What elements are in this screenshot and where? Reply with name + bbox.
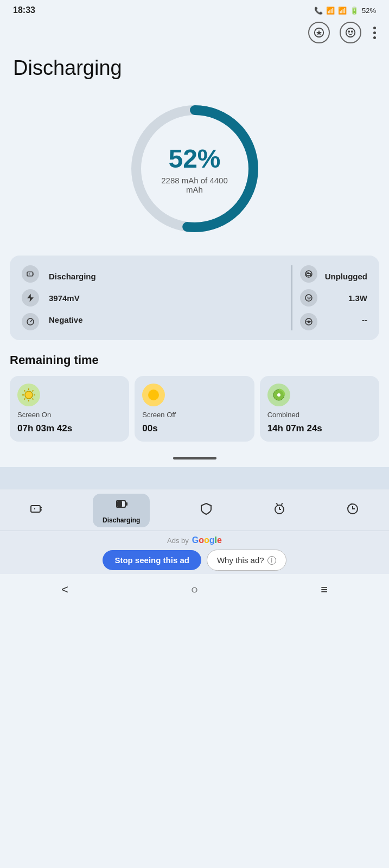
svg-line-50 bbox=[281, 503, 283, 505]
bottom-nav: Discharging bbox=[0, 489, 389, 531]
discharging-nav-label: Discharging bbox=[103, 516, 140, 524]
info-right-values: Unplugged 1.3W -- bbox=[325, 265, 367, 330]
info-card: Discharging 3974mV Negative W bbox=[10, 256, 379, 340]
svg-line-32 bbox=[33, 391, 34, 392]
battery-icon: 🔋 bbox=[350, 7, 359, 15]
scroll-bar bbox=[173, 457, 216, 459]
nav-item-alarm[interactable] bbox=[263, 499, 296, 522]
screen-on-value: 07h 03m 42s bbox=[17, 423, 72, 434]
ad-buttons: Stop seeing this ad Why this ad? i bbox=[103, 550, 286, 571]
battery-circle: 52% 2288 mAh of 4400 mAh bbox=[124, 98, 265, 239]
info-watt-value: 1.3W bbox=[325, 293, 367, 303]
svg-line-49 bbox=[276, 503, 278, 505]
page-title: Discharging bbox=[0, 47, 389, 85]
screen-off-icon bbox=[142, 384, 165, 406]
system-nav: < ○ ≡ bbox=[0, 574, 389, 608]
lightning-icon bbox=[22, 289, 39, 307]
add-battery-icon bbox=[29, 502, 43, 519]
info-icon: i bbox=[267, 556, 276, 565]
svg-rect-43 bbox=[126, 502, 127, 506]
svg-line-30 bbox=[24, 391, 25, 392]
battery-plus-icon bbox=[22, 265, 39, 283]
why-ad-label: Why this ad? bbox=[217, 556, 264, 565]
power-icon bbox=[300, 313, 317, 330]
time-cards-row: Screen On 07h 03m 42s Screen Off 00s bbox=[10, 376, 379, 442]
combined-label: Combined bbox=[267, 411, 299, 419]
info-voltage: 3974mV bbox=[49, 293, 283, 303]
status-bar: 18:33 📞 📶 📶 🔋 52% bbox=[0, 0, 389, 18]
status-time: 18:33 bbox=[13, 5, 35, 15]
recent-button[interactable]: ≡ bbox=[308, 579, 341, 600]
google-label: Google bbox=[192, 535, 222, 545]
svg-rect-17 bbox=[307, 273, 311, 276]
remaining-time-section: Remaining time bbox=[0, 353, 389, 452]
info-middle-values: Discharging 3974mV Negative bbox=[49, 265, 292, 330]
signal-icon: 📶 bbox=[338, 7, 347, 15]
discharging-icon bbox=[114, 497, 129, 514]
top-action-bar bbox=[0, 18, 389, 47]
history-icon bbox=[346, 502, 360, 519]
star-button[interactable] bbox=[308, 22, 330, 43]
why-ad-button[interactable]: Why this ad? i bbox=[207, 550, 286, 571]
combined-value: 14h 07m 24s bbox=[267, 423, 322, 434]
bottom-peek bbox=[0, 467, 389, 489]
svg-marker-1 bbox=[316, 30, 322, 35]
home-button[interactable]: ○ bbox=[178, 579, 211, 600]
svg-point-25 bbox=[25, 391, 33, 399]
info-plugged-status: Unplugged bbox=[325, 272, 367, 281]
svg-line-33 bbox=[24, 399, 25, 400]
remaining-time-title: Remaining time bbox=[10, 353, 379, 367]
info-extra: -- bbox=[325, 315, 367, 324]
svg-rect-7 bbox=[27, 272, 33, 276]
svg-point-22 bbox=[308, 321, 309, 323]
screen-on-card: Screen On 07h 03m 42s bbox=[10, 376, 129, 442]
plug-icon bbox=[300, 265, 317, 283]
svg-rect-45 bbox=[117, 501, 122, 507]
screen-off-value: 00s bbox=[142, 423, 157, 434]
combined-icon bbox=[267, 384, 290, 406]
nav-item-add-battery[interactable] bbox=[20, 499, 53, 522]
svg-text:W: W bbox=[307, 296, 311, 301]
scroll-indicator bbox=[0, 457, 389, 459]
status-icons: 📞 📶 📶 🔋 52% bbox=[314, 7, 376, 15]
stop-ad-button[interactable]: Stop seeing this ad bbox=[103, 550, 201, 570]
screen-on-label: Screen On bbox=[17, 411, 51, 419]
svg-line-13 bbox=[30, 320, 32, 322]
nav-item-history[interactable] bbox=[336, 499, 369, 522]
svg-point-36 bbox=[277, 393, 280, 397]
screen-off-label: Screen Off bbox=[142, 411, 176, 419]
battery-center-text: 52% 2288 mAh of 4400 mAh bbox=[160, 144, 230, 194]
svg-point-34 bbox=[148, 390, 159, 400]
svg-line-31 bbox=[33, 399, 34, 400]
more-options-button[interactable] bbox=[371, 24, 378, 41]
battery-percent-value: 52% bbox=[160, 144, 230, 174]
nav-item-discharging[interactable]: Discharging bbox=[93, 494, 150, 527]
info-status: Discharging bbox=[49, 272, 283, 281]
svg-point-3 bbox=[348, 31, 349, 32]
battery-circle-container: 52% 2288 mAh of 4400 mAh bbox=[0, 85, 389, 256]
combined-card: Combined 14h 07m 24s bbox=[260, 376, 379, 442]
gauge-icon bbox=[22, 313, 39, 330]
shield-icon bbox=[199, 502, 213, 519]
info-right-icons: W bbox=[300, 265, 317, 330]
call-icon: 📞 bbox=[314, 7, 323, 15]
thumbs-up-button[interactable] bbox=[340, 22, 361, 43]
nav-item-shield[interactable] bbox=[189, 499, 223, 522]
ad-bar: Ads by Google Stop seeing this ad Why th… bbox=[0, 531, 389, 574]
wifi-icon: 📶 bbox=[326, 7, 335, 15]
watt-icon: W bbox=[300, 289, 317, 307]
svg-rect-37 bbox=[31, 506, 40, 512]
svg-point-2 bbox=[346, 28, 355, 37]
battery-percent: 52% bbox=[362, 7, 376, 15]
info-left-icons bbox=[22, 265, 39, 330]
alarm-add-icon bbox=[272, 502, 286, 519]
svg-point-4 bbox=[352, 31, 353, 32]
screen-on-icon bbox=[17, 384, 40, 406]
battery-mah-value: 2288 mAh of 4400 mAh bbox=[160, 176, 230, 194]
info-current: Negative bbox=[49, 315, 283, 324]
back-button[interactable]: < bbox=[48, 579, 81, 600]
ads-by-label: Ads by bbox=[167, 537, 189, 545]
screen-off-card: Screen Off 00s bbox=[135, 376, 254, 442]
